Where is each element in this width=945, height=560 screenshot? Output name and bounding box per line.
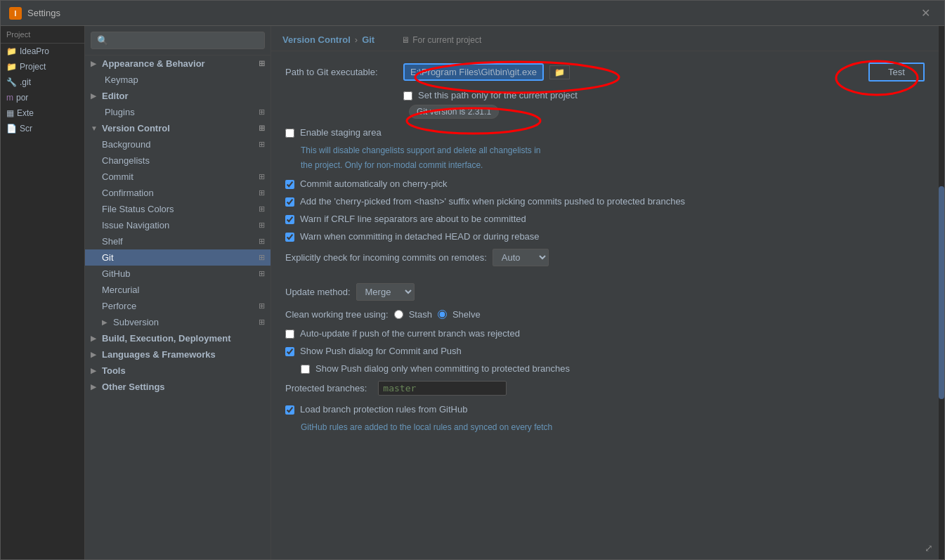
tree-item-file-status-colors[interactable]: File Status Colors ⊞: [85, 201, 271, 217]
tree-item-changelists[interactable]: Changelists: [85, 152, 271, 169]
tree-item-keymap[interactable]: Keymap: [85, 72, 271, 88]
arrow-icon: ▼: [91, 124, 99, 132]
tree-item-git[interactable]: Git ⊞: [85, 249, 271, 266]
load-branch-protection-checkbox[interactable]: [285, 405, 294, 415]
cherry-pick-checkbox[interactable]: [285, 180, 294, 189]
project-label: Project: [6, 30, 30, 39]
search-box: 🔍: [85, 26, 271, 56]
tree-item-tools[interactable]: ▶ Tools: [85, 363, 271, 379]
current-project-checkbox[interactable]: [403, 91, 412, 100]
auto-update-checkbox[interactable]: [285, 330, 294, 339]
staging-area-desc1: This will disable changelists support an…: [301, 145, 925, 157]
tree-item-label: Version Control: [102, 123, 170, 134]
folder-browse-button[interactable]: 📁: [549, 65, 570, 79]
tree-item-editor[interactable]: ▶ Editor: [85, 88, 271, 104]
content-header: Version Control › Git 🖥 For current proj…: [271, 26, 939, 51]
staging-area-row: Enable staging area: [285, 127, 925, 138]
settings-icon: ⊞: [259, 237, 265, 246]
sidebar-item-exte[interactable]: ▦ Exte: [1, 105, 84, 121]
expand-button[interactable]: ⤢: [925, 542, 933, 554]
protected-branches-row: Protected branches:: [285, 381, 925, 396]
tree-item-label: Shelf: [102, 236, 123, 247]
protected-branches-label: Protected branches:: [285, 383, 367, 393]
tree-item-label: Subversion: [113, 317, 159, 327]
scrollbar[interactable]: [939, 26, 944, 559]
tree-item-version-control[interactable]: ▼ Version Control ⊞: [85, 120, 271, 136]
sidebar-item-project[interactable]: 📁 Project: [1, 59, 84, 74]
breadcrumb-part2: Git: [362, 34, 374, 45]
test-button[interactable]: Test: [868, 63, 925, 82]
sidebar-item-ideapro[interactable]: 📁 IdeaPro: [1, 44, 84, 59]
tree-item-subversion[interactable]: ▶ Subversion ⊞: [85, 314, 271, 330]
tree-item-label: Appearance & Behavior: [102, 58, 205, 69]
tree-item-label: Perforce: [102, 301, 136, 311]
crlf-checkbox[interactable]: [285, 215, 294, 224]
sidebar-item-label: .git: [20, 77, 31, 87]
tree-item-perforce[interactable]: Perforce ⊞: [85, 298, 271, 314]
search-input[interactable]: [111, 36, 259, 46]
detached-head-row: Warn when committing in detached HEAD or…: [285, 231, 925, 242]
tree-item-label: Mercurial: [102, 285, 139, 295]
tree-item-shelf[interactable]: Shelf ⊞: [85, 233, 271, 249]
crlf-label: Warn if CRLF line separators are about t…: [300, 214, 526, 224]
sidebar-item-label: por: [16, 93, 28, 103]
tree-item-appearance[interactable]: ▶ Appearance & Behavior ⊞: [85, 56, 271, 72]
current-project-label: Set this path only for the current proje…: [418, 90, 578, 100]
auto-update-label: Auto-update if push of the current branc…: [300, 328, 520, 339]
version-badge: Git version is 2.31.1: [409, 105, 499, 119]
path-row: Path to Git executable: E:\Program Files…: [285, 63, 925, 82]
clean-tree-label: Clean working tree using:: [285, 309, 389, 320]
tree-item-mercurial[interactable]: Mercurial: [85, 282, 271, 298]
detached-head-checkbox[interactable]: [285, 233, 294, 242]
tree-item-label: Plugins: [105, 107, 135, 117]
settings-icon: ⊞: [259, 318, 265, 327]
shelve-radio[interactable]: [438, 310, 447, 319]
tree-item-issue-navigation[interactable]: Issue Navigation ⊞: [85, 217, 271, 233]
tree-item-confirmation[interactable]: Confirmation ⊞: [85, 185, 271, 201]
stash-radio[interactable]: [394, 310, 403, 319]
file-icon2: 📄: [6, 124, 17, 134]
tree-item-github[interactable]: GitHub ⊞: [85, 266, 271, 282]
sidebar-item-scr[interactable]: 📄 Scr: [1, 121, 84, 136]
content-body: Path to Git executable: E:\Program Files…: [271, 51, 939, 559]
update-method-label: Update method:: [285, 287, 351, 297]
svg-text:I: I: [15, 10, 17, 18]
tree-item-other-settings[interactable]: ▶ Other Settings: [85, 379, 271, 395]
git-path-input[interactable]: E:\Program Files\Git\bin\git.exe: [403, 63, 544, 81]
tree-item-commit[interactable]: Commit ⊞: [85, 169, 271, 185]
show-push-checkbox[interactable]: [285, 347, 294, 356]
show-push-protected-checkbox[interactable]: [301, 365, 310, 374]
protected-branches-input[interactable]: [378, 381, 507, 396]
settings-icon: ⊞: [259, 269, 265, 278]
staging-area-label: Enable staging area: [300, 127, 382, 138]
arrow-icon: ▶: [91, 334, 99, 342]
m-icon: m: [6, 93, 13, 103]
tree-item-background[interactable]: Background ⊞: [85, 136, 271, 152]
cherry-hash-checkbox[interactable]: [285, 197, 294, 207]
close-button[interactable]: ✕: [915, 4, 936, 22]
tree-item-languages[interactable]: ▶ Languages & Frameworks: [85, 346, 271, 363]
tree-item-label: GitHub: [102, 268, 130, 279]
path-input-wrapper: E:\Program Files\Git\bin\git.exe: [403, 63, 544, 81]
incoming-commits-label: Explicitly check for incoming commits on…: [285, 252, 487, 263]
crlf-row: Warn if CRLF line separators are about t…: [285, 214, 925, 224]
staging-area-desc2: the project. Only for non-modal commit i…: [301, 159, 925, 171]
folder-icon: 📁: [6, 46, 17, 56]
load-branch-protection-desc: GitHub rules are added to the local rule…: [301, 422, 925, 434]
search-wrapper[interactable]: 🔍: [91, 32, 265, 49]
tree-item-build[interactable]: ▶ Build, Execution, Deployment: [85, 330, 271, 346]
tree-item-plugins[interactable]: Plugins ⊞: [85, 104, 271, 120]
staging-area-checkbox[interactable]: [285, 129, 294, 138]
cherry-hash-label: Add the 'cherry-picked from <hash>' suff…: [300, 196, 685, 207]
incoming-commits-select[interactable]: Auto Always Never: [493, 249, 549, 266]
tree-item-label: Other Settings: [102, 382, 165, 392]
auto-update-row: Auto-update if push of the current branc…: [285, 328, 925, 339]
breadcrumb-separator: ›: [355, 34, 358, 45]
sidebar-item-por[interactable]: m por: [1, 90, 84, 105]
detached-head-label: Warn when committing in detached HEAD or…: [300, 231, 540, 242]
sidebar-item-git[interactable]: 🔧 .git: [1, 74, 84, 90]
search-icon: 🔍: [97, 35, 108, 46]
clean-tree-row: Clean working tree using: Stash Shelve: [285, 309, 925, 320]
update-method-select[interactable]: Merge Rebase: [356, 283, 415, 301]
settings-icon: ⊞: [259, 59, 265, 68]
